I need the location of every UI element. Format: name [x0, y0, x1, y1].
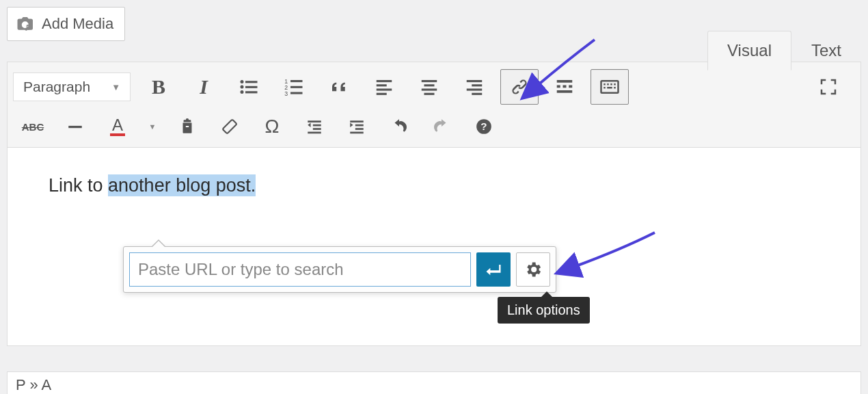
svg-rect-42	[350, 120, 364, 122]
redo-icon	[433, 118, 450, 135]
camera-music-icon	[16, 14, 36, 34]
insert-link-button[interactable]	[500, 69, 539, 105]
content-text: Link to another blog post.	[49, 174, 256, 196]
text-color-dropdown[interactable]: ▼	[142, 110, 163, 143]
special-char-button[interactable]: Ω	[254, 110, 290, 143]
svg-rect-37	[68, 126, 82, 128]
read-more-icon	[554, 77, 575, 97]
fullscreen-icon	[818, 77, 839, 97]
svg-rect-19	[424, 93, 435, 95]
selected-text: another blog post.	[108, 174, 256, 196]
svg-rect-30	[603, 83, 606, 86]
svg-rect-20	[467, 80, 483, 82]
numbered-list-icon: 123	[284, 77, 304, 97]
tab-visual[interactable]: Visual	[707, 31, 791, 70]
keyboard-icon	[599, 77, 620, 97]
svg-rect-3	[245, 86, 258, 88]
editor-toolbar: Paragraph ▼ B I 123	[7, 62, 861, 148]
svg-text:3: 3	[284, 90, 288, 97]
outdent-button[interactable]	[297, 110, 332, 143]
svg-rect-14	[377, 89, 392, 91]
svg-rect-36	[614, 87, 616, 89]
clear-format-button[interactable]	[212, 110, 247, 143]
tab-text[interactable]: Text	[791, 31, 861, 70]
svg-rect-23	[472, 93, 482, 95]
format-dropdown[interactable]: Paragraph ▼	[13, 73, 131, 101]
svg-rect-25	[557, 86, 560, 88]
undo-button[interactable]	[381, 110, 417, 143]
svg-rect-41	[308, 132, 321, 134]
svg-rect-45	[350, 132, 364, 134]
svg-point-0	[241, 80, 244, 83]
add-media-label: Add Media	[42, 15, 113, 33]
svg-rect-34	[603, 87, 606, 89]
svg-rect-31	[607, 83, 609, 86]
fullscreen-button[interactable]	[809, 69, 847, 105]
eraser-icon	[221, 118, 239, 135]
svg-point-4	[241, 90, 244, 94]
svg-point-2	[241, 86, 244, 89]
svg-rect-27	[569, 86, 572, 88]
svg-rect-40	[313, 128, 321, 130]
link-url-input[interactable]	[129, 252, 471, 287]
svg-rect-26	[563, 86, 567, 88]
link-inline-popup	[123, 246, 556, 293]
outdent-icon	[306, 118, 323, 135]
align-right-icon	[464, 77, 485, 97]
hr-icon	[66, 118, 84, 135]
caret-down-icon: ▼	[111, 82, 120, 92]
svg-rect-24	[557, 80, 573, 83]
add-media-button[interactable]: Add Media	[7, 7, 125, 41]
svg-rect-11	[290, 92, 303, 94]
svg-rect-12	[377, 80, 392, 82]
clipboard-icon	[178, 118, 196, 135]
svg-rect-1	[245, 81, 258, 83]
svg-rect-22	[467, 89, 483, 91]
indent-icon	[348, 118, 366, 135]
svg-rect-18	[422, 89, 437, 91]
svg-rect-43	[355, 124, 364, 127]
italic-button[interactable]: I	[185, 69, 223, 105]
paste-text-button[interactable]	[169, 110, 205, 143]
status-bar-path: P » A	[7, 371, 861, 394]
help-button[interactable]: ?	[466, 110, 502, 143]
insert-more-button[interactable]	[545, 69, 584, 105]
strikethrough-button[interactable]: ABC	[15, 110, 51, 143]
svg-rect-5	[245, 91, 258, 93]
link-options-tooltip: Link options	[498, 297, 590, 324]
enter-icon	[484, 260, 503, 279]
svg-rect-33	[614, 83, 616, 86]
help-icon: ?	[475, 118, 493, 135]
bold-button[interactable]: B	[139, 69, 178, 105]
quote-icon	[329, 77, 349, 97]
numbered-list-button[interactable]: 123	[275, 69, 313, 105]
svg-rect-21	[472, 84, 482, 86]
gear-icon	[524, 260, 543, 279]
align-left-icon	[374, 77, 394, 97]
align-center-icon	[419, 77, 439, 97]
align-right-button[interactable]	[455, 69, 493, 105]
align-left-button[interactable]	[365, 69, 403, 105]
blockquote-button[interactable]	[320, 69, 358, 105]
align-center-button[interactable]	[410, 69, 448, 105]
editor-tabs: Visual Text	[707, 31, 861, 70]
toolbar-toggle-button[interactable]	[591, 69, 629, 105]
link-icon	[509, 77, 530, 97]
bullet-list-button[interactable]	[230, 69, 268, 105]
caret-down-icon: ▼	[149, 122, 157, 131]
text-color-button[interactable]: A	[100, 110, 135, 143]
svg-rect-44	[355, 128, 364, 130]
svg-rect-32	[610, 83, 612, 86]
svg-rect-28	[557, 90, 573, 93]
svg-rect-38	[308, 120, 321, 122]
apply-link-button[interactable]	[476, 252, 511, 287]
hr-button[interactable]	[57, 110, 93, 143]
omega-icon: Ω	[265, 116, 280, 137]
svg-rect-16	[422, 80, 437, 82]
undo-icon	[390, 118, 408, 135]
redo-button[interactable]	[424, 110, 459, 143]
link-options-button[interactable]	[516, 252, 550, 287]
svg-text:?: ?	[480, 120, 487, 132]
format-dropdown-label: Paragraph	[23, 79, 90, 95]
indent-button[interactable]	[339, 110, 375, 143]
